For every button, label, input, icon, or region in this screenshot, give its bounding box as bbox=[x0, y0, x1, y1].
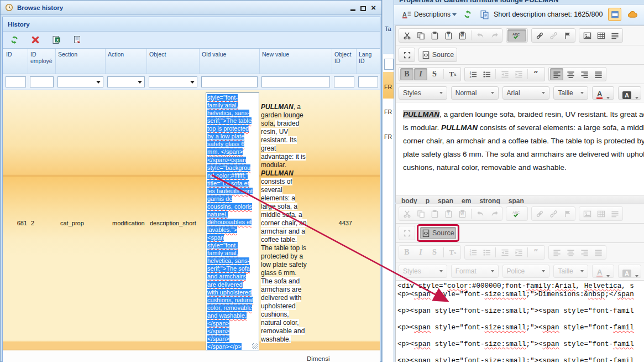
justify-icon[interactable] bbox=[591, 68, 605, 80]
background-color-button[interactable]: A bbox=[618, 265, 641, 278]
col-header-id-employee[interactable]: ID employé bbox=[28, 49, 56, 74]
anchor-flag-icon[interactable] bbox=[561, 29, 574, 42]
align-center-icon[interactable] bbox=[564, 68, 577, 80]
text-color-button[interactable]: A bbox=[592, 265, 614, 278]
font-dropdown[interactable]: Arial bbox=[502, 86, 550, 100]
image-icon[interactable] bbox=[580, 208, 594, 220]
filter-id-input[interactable] bbox=[6, 76, 26, 87]
align-center-icon[interactable] bbox=[564, 246, 577, 258]
strikethrough-button[interactable]: S bbox=[428, 246, 441, 258]
background-filter-input[interactable] bbox=[384, 59, 394, 70]
copy-icon[interactable] bbox=[414, 29, 427, 42]
paste-from-word-icon[interactable]: W bbox=[455, 208, 469, 220]
link-icon[interactable] bbox=[533, 208, 546, 220]
col-header-new-value[interactable]: New value bbox=[260, 49, 332, 74]
styles-dropdown[interactable]: Styles bbox=[399, 86, 447, 100]
source-button-active[interactable]: Source bbox=[420, 227, 456, 239]
export-report-icon[interactable] bbox=[72, 35, 82, 45]
cloud-icon[interactable] bbox=[626, 9, 638, 19]
paste-icon[interactable] bbox=[428, 208, 441, 220]
filter-new-value-input[interactable] bbox=[261, 76, 330, 87]
format-dropdown[interactable]: Normal bbox=[451, 86, 499, 100]
anchor-flag-icon[interactable] bbox=[561, 208, 574, 220]
unordered-list-icon[interactable] bbox=[480, 246, 493, 258]
horizontal-line-icon[interactable] bbox=[608, 208, 621, 220]
excel-export-icon[interactable] bbox=[51, 35, 61, 45]
col-header-object-id[interactable]: Object ID bbox=[332, 49, 357, 74]
spellcheck-button[interactable] bbox=[507, 208, 526, 220]
paste-as-text-icon[interactable]: T bbox=[442, 208, 455, 220]
filter-lang-id-input[interactable] bbox=[358, 76, 378, 87]
resize-grip-icon[interactable] bbox=[252, 343, 258, 349]
bold-button[interactable]: B bbox=[400, 68, 413, 80]
outdent-icon[interactable] bbox=[498, 246, 511, 258]
filter-id-employee-input[interactable] bbox=[30, 76, 54, 87]
size-dropdown[interactable]: Taille bbox=[553, 265, 588, 278]
align-left-icon[interactable] bbox=[550, 68, 563, 80]
cut-icon[interactable] bbox=[400, 29, 413, 42]
cut-icon[interactable] bbox=[400, 208, 413, 220]
unordered-list-icon[interactable] bbox=[480, 68, 493, 80]
filter-object-select[interactable] bbox=[149, 76, 197, 87]
filter-object-id-input[interactable] bbox=[334, 76, 354, 87]
undo-icon[interactable] bbox=[474, 208, 487, 220]
close-icon[interactable]: × bbox=[371, 4, 376, 12]
col-header-section[interactable]: Section bbox=[56, 49, 106, 74]
paste-as-text-icon[interactable]: T bbox=[442, 29, 455, 42]
spellcheck-button[interactable] bbox=[507, 29, 526, 42]
text-color-button[interactable]: A bbox=[592, 86, 614, 100]
remove-format-button[interactable]: Tx bbox=[446, 68, 459, 80]
source-button[interactable]: Source bbox=[420, 49, 455, 61]
redo-icon[interactable] bbox=[488, 29, 501, 42]
indent-icon[interactable] bbox=[512, 68, 525, 80]
maximize-editor-icon[interactable] bbox=[400, 49, 413, 61]
filter-action-select[interactable] bbox=[107, 76, 145, 87]
copy-icon[interactable] bbox=[414, 208, 427, 220]
minimize-icon[interactable] bbox=[350, 5, 355, 11]
copy-page-icon[interactable] bbox=[480, 10, 489, 19]
image-icon[interactable] bbox=[580, 29, 594, 42]
italic-button[interactable]: I bbox=[414, 68, 427, 80]
strikethrough-button[interactable]: S bbox=[428, 68, 441, 80]
outdent-icon[interactable] bbox=[498, 68, 511, 80]
redo-icon[interactable] bbox=[488, 208, 501, 220]
col-header-object[interactable]: Object bbox=[147, 49, 200, 74]
paste-icon[interactable] bbox=[428, 29, 441, 42]
background-grid-rows[interactable]: FR TFR TFR T bbox=[384, 82, 394, 157]
italic-button[interactable]: I bbox=[414, 246, 427, 258]
descriptions-tab-label[interactable]: Descriptions bbox=[414, 11, 451, 18]
source-code-area[interactable]: <div style="color:#000000;font-family:Ar… bbox=[396, 281, 644, 362]
col-header-id[interactable]: ID bbox=[4, 49, 28, 74]
col-header-lang-id[interactable]: Lang ID bbox=[357, 49, 380, 74]
maximize-editor-icon[interactable] bbox=[400, 227, 413, 239]
undo-icon[interactable] bbox=[474, 29, 487, 42]
col-header-action[interactable]: Action bbox=[106, 49, 147, 74]
blockquote-icon[interactable] bbox=[530, 246, 543, 258]
chevron-down-icon[interactable] bbox=[452, 13, 457, 16]
table-icon[interactable] bbox=[594, 29, 608, 42]
remove-format-button[interactable]: Tx bbox=[446, 246, 459, 258]
styles-dropdown[interactable]: Styles bbox=[399, 265, 447, 278]
indent-icon[interactable] bbox=[512, 246, 525, 258]
window-titlebar[interactable]: Browse history bbox=[1, 1, 381, 15]
col-header-old-value[interactable]: Old value bbox=[200, 49, 260, 74]
filter-old-value-input[interactable] bbox=[201, 76, 258, 87]
background-color-button[interactable]: A bbox=[618, 86, 641, 100]
horizontal-line-icon[interactable] bbox=[608, 29, 621, 42]
filter-section-select[interactable] bbox=[57, 76, 103, 87]
format-dropdown[interactable]: Format bbox=[451, 265, 499, 278]
align-right-icon[interactable] bbox=[578, 246, 591, 258]
bold-button[interactable]: B bbox=[400, 246, 413, 258]
refresh-icon[interactable] bbox=[9, 35, 19, 45]
link-icon[interactable] bbox=[533, 29, 546, 42]
paste-from-word-icon[interactable]: W bbox=[455, 29, 469, 42]
refresh-icon[interactable] bbox=[463, 10, 472, 19]
maximize-icon[interactable] bbox=[360, 6, 366, 11]
justify-icon[interactable] bbox=[591, 246, 605, 258]
unlink-icon[interactable] bbox=[547, 208, 560, 220]
ordered-list-icon[interactable] bbox=[466, 68, 479, 80]
align-left-icon[interactable] bbox=[550, 246, 563, 258]
table-icon[interactable] bbox=[594, 208, 608, 220]
align-right-icon[interactable] bbox=[578, 68, 591, 80]
split-pane-button[interactable] bbox=[608, 8, 621, 21]
